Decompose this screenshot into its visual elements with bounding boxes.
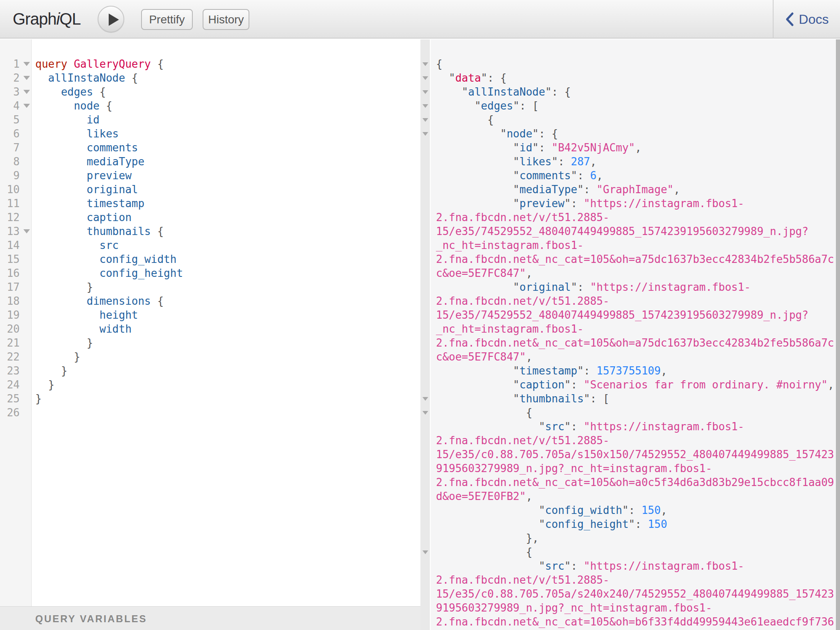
- result-gutter-row: [420, 85, 430, 99]
- result-gutter-row: [420, 294, 430, 308]
- result-gutter-row: [420, 308, 430, 322]
- result-gutter-row: [420, 127, 430, 141]
- fold-arrow-icon[interactable]: [422, 104, 428, 108]
- result-row: 2.fna.fbcdn.net/v/t51.2885-: [436, 573, 840, 587]
- result-row: 2.fna.fbcdn.net&_nc_cat=105&oh=b6f33f4dd…: [436, 615, 840, 629]
- result-row: "likes": 287,: [436, 155, 840, 169]
- result-row: _nc_ht=instagram.fbos1-: [436, 322, 840, 336]
- result-gutter-row: [420, 420, 430, 434]
- result-gutter-row: [420, 392, 430, 406]
- line-number: 18: [0, 295, 20, 307]
- line-number: 10: [0, 183, 20, 196]
- fold-arrow-icon[interactable]: [422, 76, 428, 80]
- gutter-row: 26: [0, 406, 31, 420]
- result-row: "caption": "Scenarios far from ordinary.…: [436, 378, 840, 392]
- result-gutter-row: [420, 71, 430, 85]
- gutter-row: 6: [0, 127, 31, 141]
- result-row: "id": "B42v5NjACmy",: [436, 141, 840, 155]
- result-gutter-row: [420, 169, 430, 183]
- docs-label: Docs: [799, 12, 829, 27]
- line-number: 24: [0, 379, 20, 391]
- fold-arrow-icon[interactable]: [23, 104, 30, 108]
- code-line: config_width: [35, 252, 420, 266]
- result-row: d&oe=5E7E0FB2",: [436, 489, 840, 503]
- code-line: comments: [35, 141, 420, 155]
- line-number: 3: [0, 86, 20, 98]
- code-line: height: [35, 308, 420, 322]
- result-row: "timestamp": 1573755109,: [436, 364, 840, 378]
- result-gutter-row: [420, 489, 430, 503]
- query-variables-title: QUERY VARIABLES: [35, 613, 147, 625]
- result-row: "config_width": 150,: [436, 503, 840, 517]
- result-gutter-row: [420, 587, 430, 601]
- fold-arrow-icon[interactable]: [422, 118, 428, 122]
- line-number: 12: [0, 211, 20, 224]
- result-gutter-row: [420, 155, 430, 169]
- gutter-row: 10: [0, 183, 31, 196]
- result-gutter-row: [420, 434, 430, 447]
- code-line: thumbnails {: [35, 224, 420, 238]
- result-gutter-row: [420, 183, 430, 196]
- result-scrollbar[interactable]: [836, 39, 840, 630]
- result-gutter-row: [420, 322, 430, 336]
- result-row: "original": "https://instagram.fbos1-: [436, 280, 840, 294]
- result-row: "mediaType": "GraphImage",: [436, 183, 840, 196]
- result-row: 2.fna.fbcdn.net/v/t51.2885-: [436, 210, 840, 224]
- code-line: dimensions {: [35, 294, 420, 308]
- code-line: likes: [35, 127, 420, 141]
- query-editor-pane: 1234567891011121314151617181920212223242…: [0, 39, 420, 630]
- code-line: query GalleryQuery {: [35, 57, 420, 71]
- gutter-row: 21: [0, 336, 31, 350]
- result-gutter-row: [420, 447, 430, 461]
- line-number: 22: [0, 351, 20, 363]
- fold-arrow-icon[interactable]: [422, 397, 428, 401]
- line-number: 19: [0, 309, 20, 321]
- fold-arrow-icon[interactable]: [23, 62, 30, 66]
- code-line: }: [35, 336, 420, 350]
- prettify-button[interactable]: Prettify: [141, 9, 193, 30]
- fold-arrow-icon[interactable]: [422, 62, 428, 66]
- line-number: 11: [0, 197, 20, 210]
- line-number: 7: [0, 142, 20, 154]
- fold-arrow-icon[interactable]: [422, 90, 428, 94]
- fold-arrow-icon[interactable]: [23, 229, 30, 233]
- result-row: 9195603279989_n.jpg?_nc_ht=instagram.fbo…: [436, 601, 840, 615]
- gutter-row: 14: [0, 238, 31, 252]
- result-gutter-row: [420, 406, 430, 420]
- result-gutter-row: [420, 378, 430, 392]
- line-number: 23: [0, 365, 20, 377]
- line-number: 26: [0, 406, 20, 419]
- line-number: 21: [0, 337, 20, 349]
- result-row: c&oe=5E7FC847",: [436, 350, 840, 364]
- execute-query-button[interactable]: [98, 6, 124, 32]
- result-row: 2.fna.fbcdn.net&_nc_cat=105&oh=a75dc1637…: [436, 336, 840, 350]
- query-editor[interactable]: query GalleryQuery { allInstaNode { edge…: [32, 39, 420, 606]
- fold-arrow-icon[interactable]: [23, 90, 30, 94]
- history-button[interactable]: History: [203, 9, 249, 30]
- code-line: config_height: [35, 266, 420, 280]
- result-viewer[interactable]: { "data": { "allInstaNode": { "edges": […: [431, 39, 840, 630]
- result-row: "node": {: [436, 127, 840, 141]
- line-number: 15: [0, 253, 20, 265]
- result-row: "src": "https://instagram.fbos1-: [436, 559, 840, 573]
- result-gutter-row: [420, 336, 430, 350]
- line-number: 5: [0, 114, 20, 126]
- result-row: 2.fna.fbcdn.net/v/t51.2885-: [436, 294, 840, 308]
- fold-arrow-icon[interactable]: [23, 76, 30, 80]
- docs-toggle[interactable]: Docs: [773, 0, 840, 39]
- fold-arrow-icon[interactable]: [422, 132, 428, 136]
- result-row: {: [436, 57, 840, 71]
- code-line: mediaType: [35, 155, 420, 169]
- result-row: 9195603279989_n.jpg?_nc_ht=instagram.fbo…: [436, 461, 840, 475]
- query-variables-header[interactable]: QUERY VARIABLES: [0, 606, 420, 630]
- result-gutter-row: [420, 266, 430, 280]
- result-row: {: [436, 545, 840, 559]
- fold-arrow-icon[interactable]: [422, 550, 428, 554]
- gutter-row: 19: [0, 308, 31, 322]
- code-line: src: [35, 238, 420, 252]
- result-row: "preview": "https://instagram.fbos1-: [436, 196, 840, 210]
- fold-arrow-icon[interactable]: [422, 411, 428, 415]
- code-line: width: [35, 322, 420, 336]
- result-pane: { "data": { "allInstaNode": { "edges": […: [420, 39, 840, 630]
- result-row: "config_height": 150: [436, 517, 840, 531]
